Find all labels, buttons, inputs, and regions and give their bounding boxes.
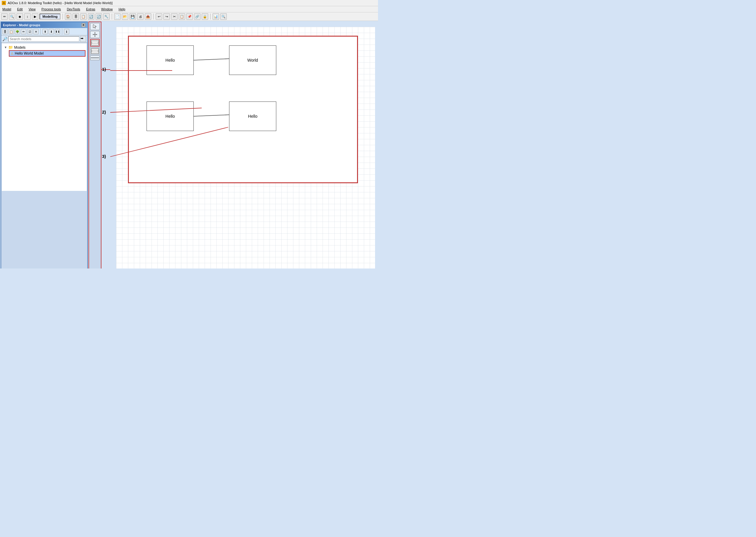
exp-down-btn[interactable]: ⬇ [49,29,54,34]
folder-icon: 📁 [8,45,13,50]
node-hello1[interactable]: Hello [147,45,194,75]
title-bar: ⚠ ADOxx 1.8.0: Modelling Toolkit (hello)… [0,0,378,6]
exp-edit-btn[interactable]: ✏ [21,29,26,34]
search-input[interactable] [8,36,79,42]
svg-marker-9 [94,32,95,33]
exp-sep-1 [40,29,41,34]
toolbar-updown-btn[interactable]: ↕ [24,13,31,20]
tree-root-label: Models [14,45,26,50]
toolbar-undo-btn[interactable]: ↩ [156,13,162,20]
exp-expand-btn[interactable]: ⬆⬇ [55,29,60,34]
exp-info-btn[interactable]: ℹ [64,29,69,34]
explorer-toolbar: 🗄 📋 🌳 ✏ ☑ ✕ ⬆ ⬇ ⬆⬇ ℹ [1,28,87,35]
toolbar-redo-btn[interactable]: ↪ [163,13,170,20]
svg-line-14 [194,59,229,60]
toolbar: ✏ 🔍 ◆ ↕ ▶ Modelling 🏠 🗄 📋 🔄 🔄 🔧 📄 📂 💾 🖨 … [0,12,378,21]
toolbar-search-btn[interactable]: 🔍 [9,13,15,20]
toolbar-home-btn[interactable]: 🏠 [65,13,71,20]
search-row: 🔎 ➡ [1,35,87,43]
tool-node1[interactable] [90,39,100,47]
toolbar-refresh2-btn[interactable]: 🔄 [95,13,102,20]
node-world1[interactable]: World [229,45,276,75]
menu-edit[interactable]: Edit [16,7,24,12]
menu-window[interactable]: Window [100,7,114,12]
exp-db-btn[interactable]: 🗄 [2,29,8,34]
toolbar-zoom-btn[interactable]: 🔍 [220,13,227,20]
node-hello1-label: Hello [166,58,175,62]
annotation-3: 3) [102,154,106,159]
toolbar-export-btn[interactable]: 📤 [145,13,151,20]
tool-strip [89,21,101,268]
exp-check-btn[interactable]: ☑ [27,29,32,34]
explorer-title-bar: Explorer - Model groups ✕ [1,22,87,28]
collapse-icon: ▼ [4,46,7,49]
tool-cursor[interactable] [90,23,100,30]
canvas-area[interactable]: Hello World Hello Hello 1) [101,21,378,268]
svg-marker-12 [96,34,97,35]
toolbar-refresh1-btn[interactable]: 🔄 [88,13,94,20]
node-hello3-label: Hello [248,114,257,119]
svg-marker-6 [93,24,96,28]
explorer-panel: Explorer - Model groups ✕ 🗄 📋 🌳 ✏ ☑ ✕ ⬆ … [1,21,88,268]
toolbar-print-btn[interactable]: 🖨 [137,13,144,20]
tree-model-item[interactable]: ⚠ Hello World Model [9,50,86,57]
node-hello3[interactable]: Hello [229,102,276,131]
diagram-container: Hello World Hello Hello [128,36,358,183]
toolbar-link-btn[interactable]: 🔗 [194,13,201,20]
toolbar-new-btn[interactable]: 📄 [114,13,121,20]
toolbar-diamond-btn[interactable]: ◆ [17,13,23,20]
toolbar-db-btn[interactable]: 🗄 [73,13,79,20]
tree-root-item[interactable]: ▼ 📁 Models [3,45,86,50]
left-panel: Explorer - Model groups ✕ 🗄 📋 🌳 ✏ ☑ ✕ ⬆ … [0,21,89,268]
menu-view[interactable]: View [27,7,37,12]
menu-extras[interactable]: Extras [85,7,96,12]
app-icon: ⚠ [2,1,6,5]
menu-model[interactable]: Model [1,7,12,12]
svg-line-15 [194,115,229,116]
explorer-close-btn[interactable]: ✕ [81,23,86,27]
exp-x-btn[interactable]: ✕ [33,29,39,34]
node-world1-label: World [247,58,258,62]
exp-copy-btn[interactable]: 📋 [9,29,14,34]
exp-up-btn[interactable]: ⬆ [42,29,48,34]
menu-devtools[interactable]: DevTools [66,7,81,12]
toolbar-paste-btn[interactable]: 📌 [186,13,193,20]
toolbar-lock-btn[interactable]: 🔒 [202,13,208,20]
toolbar-edit-btn[interactable]: ✏ [1,13,8,20]
explorer-title: Explorer - Model groups [3,23,40,27]
tree-model-label: Hello World Model [15,51,44,56]
node-hello2[interactable]: Hello [147,102,194,131]
svg-marker-10 [94,36,95,37]
main-layout: Explorer - Model groups ✕ 🗄 📋 🌳 ✏ ☑ ✕ ⬆ … [0,21,378,268]
exp-tree-btn[interactable]: 🌳 [15,29,20,34]
toolbar-clipboard-btn[interactable]: 📋 [80,13,87,20]
toolbar-cut-btn[interactable]: ✂ [171,13,177,20]
menu-bar: Model Edit View Process tools DevTools E… [0,6,378,12]
tool-move[interactable] [90,31,100,38]
toolbar-copy-btn[interactable]: 📋 [179,13,185,20]
node-hello2-label: Hello [166,114,175,119]
tool-node2[interactable] [90,48,100,55]
annotation-2: 2) [102,109,106,114]
canvas-inner[interactable]: Hello World Hello Hello [116,27,375,268]
tree-area: ▼ 📁 Models ⚠ Hello World Model [2,43,87,191]
separator-1 [62,14,63,20]
binoculars-icon: 🔎 [2,37,7,41]
toolbar-open-btn[interactable]: 📂 [122,13,128,20]
menu-process-tools[interactable]: Process tools [40,7,62,12]
toolbar-settings-btn[interactable]: 🔧 [103,13,110,20]
toolbar-table-btn[interactable]: 📊 [212,13,219,20]
model-icon: ⚠ [11,52,14,56]
toolbar-mode-button[interactable]: Modelling [40,14,60,20]
tool-edge[interactable] [90,56,100,60]
menu-help[interactable]: Help [117,7,127,12]
separator-2 [112,14,112,20]
separator-4 [210,14,210,20]
exp-sep-2 [62,29,62,34]
svg-marker-11 [93,34,94,35]
annotation-1: 1) [102,67,106,72]
toolbar-save-btn[interactable]: 💾 [130,13,136,20]
search-arrow-btn[interactable]: ➡ [80,36,86,42]
toolbar-back-btn[interactable]: ▶ [32,13,38,20]
separator-3 [153,14,154,20]
